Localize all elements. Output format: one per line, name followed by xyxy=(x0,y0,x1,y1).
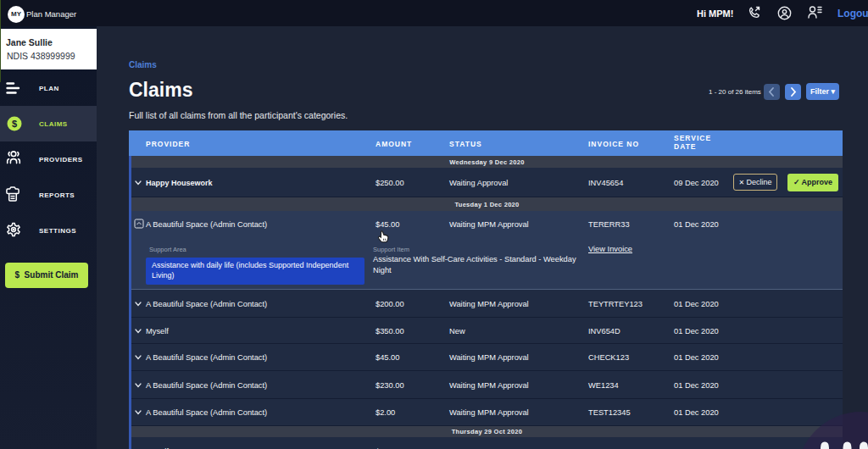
svg-text:$: $ xyxy=(12,119,17,129)
